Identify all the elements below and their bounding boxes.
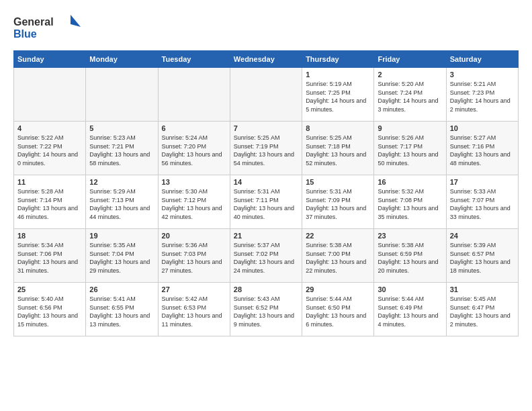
day-info: Sunrise: 5:38 AMSunset: 7:00 PMDaylight:… xyxy=(306,241,370,275)
day-info: Sunrise: 5:32 AMSunset: 7:08 PMDaylight:… xyxy=(378,187,442,221)
logo-svg: GeneralBlue xyxy=(13,13,81,44)
day-number: 11 xyxy=(17,178,82,186)
svg-text:Blue: Blue xyxy=(13,28,37,40)
day-info: Sunrise: 5:43 AMSunset: 6:52 PMDaylight:… xyxy=(234,295,298,328)
day-number: 10 xyxy=(450,124,515,132)
calendar-cell: 25Sunrise: 5:40 AMSunset: 6:56 PMDayligh… xyxy=(14,283,86,336)
day-info: Sunrise: 5:35 AMSunset: 7:04 PMDaylight:… xyxy=(89,241,154,275)
calendar-cell: 13Sunrise: 5:30 AMSunset: 7:12 PMDayligh… xyxy=(158,175,230,229)
calendar-cell: 7Sunrise: 5:25 AMSunset: 7:19 PMDaylight… xyxy=(230,122,302,175)
day-header-saturday: Saturday xyxy=(446,51,518,68)
svg-text:General: General xyxy=(13,16,54,28)
day-info: Sunrise: 5:44 AMSunset: 6:49 PMDaylight:… xyxy=(378,295,442,328)
day-number: 18 xyxy=(17,232,82,240)
calendar-cell: 16Sunrise: 5:32 AMSunset: 7:08 PMDayligh… xyxy=(374,175,446,229)
day-number: 29 xyxy=(306,285,370,293)
day-info: Sunrise: 5:40 AMSunset: 6:56 PMDaylight:… xyxy=(17,295,82,328)
day-number: 23 xyxy=(378,232,442,240)
calendar-cell: 6Sunrise: 5:24 AMSunset: 7:20 PMDaylight… xyxy=(158,122,230,175)
calendar-cell: 12Sunrise: 5:29 AMSunset: 7:13 PMDayligh… xyxy=(86,175,158,229)
calendar-cell xyxy=(158,68,230,122)
day-info: Sunrise: 5:37 AMSunset: 7:02 PMDaylight:… xyxy=(234,241,298,275)
calendar-table: SundayMondayTuesdayWednesdayThursdayFrid… xyxy=(13,50,519,336)
calendar-cell: 10Sunrise: 5:27 AMSunset: 7:16 PMDayligh… xyxy=(446,122,518,175)
day-number: 3 xyxy=(450,71,515,79)
calendar-cell: 23Sunrise: 5:38 AMSunset: 6:59 PMDayligh… xyxy=(374,229,446,283)
calendar-cell: 26Sunrise: 5:41 AMSunset: 6:55 PMDayligh… xyxy=(86,283,158,336)
day-header-monday: Monday xyxy=(86,51,158,68)
day-info: Sunrise: 5:31 AMSunset: 7:09 PMDaylight:… xyxy=(306,187,370,221)
day-number: 5 xyxy=(89,124,154,132)
calendar-cell: 9Sunrise: 5:26 AMSunset: 7:17 PMDaylight… xyxy=(374,122,446,175)
day-number: 27 xyxy=(162,285,226,293)
calendar-cell: 29Sunrise: 5:44 AMSunset: 6:50 PMDayligh… xyxy=(302,283,374,336)
calendar-cell: 24Sunrise: 5:39 AMSunset: 6:57 PMDayligh… xyxy=(446,229,518,283)
day-number: 26 xyxy=(89,285,154,293)
calendar-cell xyxy=(86,68,158,122)
week-row-5: 25Sunrise: 5:40 AMSunset: 6:56 PMDayligh… xyxy=(14,283,519,336)
day-number: 25 xyxy=(17,285,82,293)
calendar-cell: 5Sunrise: 5:23 AMSunset: 7:21 PMDaylight… xyxy=(86,122,158,175)
day-info: Sunrise: 5:25 AMSunset: 7:19 PMDaylight:… xyxy=(234,134,298,167)
day-number: 13 xyxy=(162,178,226,186)
day-info: Sunrise: 5:25 AMSunset: 7:18 PMDaylight:… xyxy=(306,134,370,167)
calendar-cell: 2Sunrise: 5:20 AMSunset: 7:24 PMDaylight… xyxy=(374,68,446,122)
day-info: Sunrise: 5:42 AMSunset: 6:53 PMDaylight:… xyxy=(162,295,226,328)
day-number: 31 xyxy=(450,285,515,293)
day-number: 1 xyxy=(306,71,370,79)
day-info: Sunrise: 5:36 AMSunset: 7:03 PMDaylight:… xyxy=(162,241,226,275)
day-number: 16 xyxy=(378,178,442,186)
day-header-friday: Friday xyxy=(374,51,446,68)
day-number: 21 xyxy=(234,232,298,240)
calendar-cell: 27Sunrise: 5:42 AMSunset: 6:53 PMDayligh… xyxy=(158,283,230,336)
calendar-cell: 30Sunrise: 5:44 AMSunset: 6:49 PMDayligh… xyxy=(374,283,446,336)
day-info: Sunrise: 5:29 AMSunset: 7:13 PMDaylight:… xyxy=(89,187,154,221)
day-number: 24 xyxy=(450,232,515,240)
day-header-wednesday: Wednesday xyxy=(230,51,302,68)
calendar-cell: 4Sunrise: 5:22 AMSunset: 7:22 PMDaylight… xyxy=(14,122,86,175)
day-number: 22 xyxy=(306,232,370,240)
day-number: 9 xyxy=(378,124,442,132)
day-info: Sunrise: 5:19 AMSunset: 7:25 PMDaylight:… xyxy=(306,80,370,113)
calendar-cell: 3Sunrise: 5:21 AMSunset: 7:23 PMDaylight… xyxy=(446,68,518,122)
day-number: 14 xyxy=(234,178,298,186)
week-row-1: 1Sunrise: 5:19 AMSunset: 7:25 PMDaylight… xyxy=(14,68,519,122)
day-number: 28 xyxy=(234,285,298,293)
day-info: Sunrise: 5:28 AMSunset: 7:14 PMDaylight:… xyxy=(17,187,82,221)
day-info: Sunrise: 5:41 AMSunset: 6:55 PMDaylight:… xyxy=(89,295,154,328)
day-number: 19 xyxy=(89,232,154,240)
day-number: 12 xyxy=(89,178,154,186)
week-row-3: 11Sunrise: 5:28 AMSunset: 7:14 PMDayligh… xyxy=(14,175,519,229)
day-info: Sunrise: 5:24 AMSunset: 7:20 PMDaylight:… xyxy=(162,134,226,167)
calendar-cell: 19Sunrise: 5:35 AMSunset: 7:04 PMDayligh… xyxy=(86,229,158,283)
day-info: Sunrise: 5:21 AMSunset: 7:23 PMDaylight:… xyxy=(450,80,515,113)
calendar-cell: 8Sunrise: 5:25 AMSunset: 7:18 PMDaylight… xyxy=(302,122,374,175)
day-header-thursday: Thursday xyxy=(302,51,374,68)
day-number: 15 xyxy=(306,178,370,186)
day-info: Sunrise: 5:26 AMSunset: 7:17 PMDaylight:… xyxy=(378,134,442,167)
day-number: 20 xyxy=(162,232,226,240)
calendar-cell xyxy=(14,68,86,122)
day-info: Sunrise: 5:44 AMSunset: 6:50 PMDaylight:… xyxy=(306,295,370,328)
day-number: 8 xyxy=(306,124,370,132)
calendar-cell xyxy=(230,68,302,122)
week-row-2: 4Sunrise: 5:22 AMSunset: 7:22 PMDaylight… xyxy=(14,122,519,175)
logo: GeneralBlue xyxy=(13,13,81,44)
day-info: Sunrise: 5:20 AMSunset: 7:24 PMDaylight:… xyxy=(378,80,442,113)
calendar-cell: 31Sunrise: 5:45 AMSunset: 6:47 PMDayligh… xyxy=(446,283,518,336)
calendar-cell: 17Sunrise: 5:33 AMSunset: 7:07 PMDayligh… xyxy=(446,175,518,229)
week-row-4: 18Sunrise: 5:34 AMSunset: 7:06 PMDayligh… xyxy=(14,229,519,283)
calendar-cell: 11Sunrise: 5:28 AMSunset: 7:14 PMDayligh… xyxy=(14,175,86,229)
calendar-cell: 28Sunrise: 5:43 AMSunset: 6:52 PMDayligh… xyxy=(230,283,302,336)
day-number: 6 xyxy=(162,124,226,132)
svg-marker-2 xyxy=(71,15,81,27)
day-number: 30 xyxy=(378,285,442,293)
day-header-sunday: Sunday xyxy=(14,51,86,68)
day-number: 17 xyxy=(450,178,515,186)
calendar-cell: 18Sunrise: 5:34 AMSunset: 7:06 PMDayligh… xyxy=(14,229,86,283)
day-info: Sunrise: 5:39 AMSunset: 6:57 PMDaylight:… xyxy=(450,241,515,275)
days-header-row: SundayMondayTuesdayWednesdayThursdayFrid… xyxy=(14,51,519,68)
day-info: Sunrise: 5:22 AMSunset: 7:22 PMDaylight:… xyxy=(17,134,82,167)
day-info: Sunrise: 5:23 AMSunset: 7:21 PMDaylight:… xyxy=(89,134,154,167)
day-number: 4 xyxy=(17,124,82,132)
